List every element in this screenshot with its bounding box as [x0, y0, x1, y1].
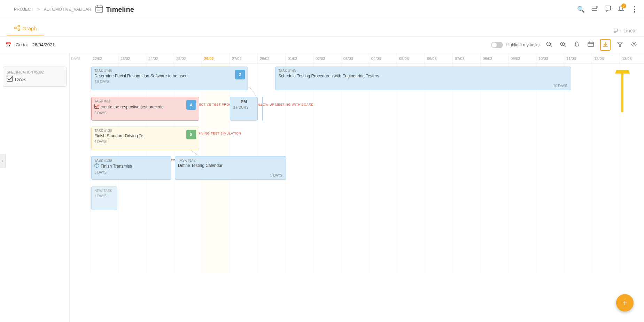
- svg-point-13: [18, 25, 20, 27]
- date-col-10-03: 10/03: [536, 53, 564, 63]
- task-142-number: TASK #142: [178, 159, 283, 162]
- calendar-small-icon: 📅: [6, 42, 11, 48]
- tab-graph[interactable]: Graph: [7, 21, 44, 36]
- sidebar-das-title: DAS: [15, 76, 26, 82]
- project-name[interactable]: AUTOMOTIVE_VALICAR: [44, 7, 91, 12]
- timeline-area: SPECIFICATION #5392 DAS DAYS 22/02 23/02…: [0, 53, 644, 322]
- date-col-01-03: 01/03: [286, 53, 313, 63]
- tab-linear-label: ↓ Linear: [620, 28, 637, 33]
- sidebar-title: DAS: [7, 76, 63, 83]
- fab-add-btn[interactable]: +: [616, 294, 634, 312]
- date-col-28-02: 28/02: [258, 53, 286, 63]
- new-task-card[interactable]: NEW TASK 1 DAYS: [91, 186, 117, 210]
- sidebar: SPECIFICATION #5392 DAS: [0, 53, 70, 322]
- svg-point-12: [15, 27, 16, 29]
- days-label: DAYS: [70, 53, 91, 64]
- task-143-card[interactable]: TASK #143 Schedule Testing Procedures wi…: [275, 67, 571, 90]
- checkbox-icon: [7, 76, 13, 83]
- task-143-number: TASK #143: [278, 69, 568, 73]
- chat-nav-icon[interactable]: [604, 5, 611, 14]
- new-task-duration: 1 DAYS: [94, 194, 114, 198]
- breadcrumb: PROJECT > AUTOMOTIVE_VALICAR: [13, 7, 93, 12]
- task-139-card[interactable]: TASK #139 Finish Transmiss 3 DAYS: [91, 156, 171, 180]
- svg-point-9: [596, 6, 598, 8]
- tab-bar: Graph ↓ Linear: [0, 19, 644, 37]
- task-142-duration: 5 DAYS: [270, 174, 282, 177]
- task-83-avatar: A: [186, 100, 196, 110]
- list-nav-icon[interactable]: [591, 5, 598, 14]
- date-col-13-03: 13/03: [620, 53, 644, 63]
- sidebar-spec-label: SPECIFICATION #5392: [7, 70, 63, 74]
- date-col-24-02: 24/02: [146, 53, 174, 63]
- task-83-card[interactable]: TASK #83 create the respective test proc…: [91, 97, 199, 121]
- task-139-number: TASK #139: [94, 159, 168, 162]
- bell-toolbar-icon[interactable]: [572, 40, 581, 50]
- notification-count: 7: [621, 3, 626, 8]
- task-146-duration: 7.5 DAYS: [94, 80, 245, 84]
- task-146-avatar: Z: [235, 70, 245, 79]
- task-136-title: Finish Standard Driving Te: [94, 133, 196, 138]
- task-pm-title: PM: [233, 99, 255, 104]
- toolbar-right: Highlight my tasks: [491, 39, 638, 51]
- task-83-duration: 5 DAYS: [94, 111, 196, 115]
- toolbar: 📅 Go to: 26/04/2021 Highlight my tasks: [0, 37, 644, 53]
- pm-vertical-line: [262, 97, 263, 121]
- task-136-duration: 4 DAYS: [94, 140, 196, 144]
- task-139-title: Finish Transmiss: [101, 164, 132, 169]
- grid-area[interactable]: DAYS 22/02 23/02 24/02 25/02 26/02 27/02…: [70, 53, 644, 322]
- more-nav-icon[interactable]: ⋮: [631, 5, 638, 14]
- task-139-cube-icon: [94, 163, 99, 169]
- task-146-number: TASK #146: [94, 69, 245, 73]
- toggle-switch[interactable]: [491, 42, 503, 48]
- date-col-22-02: 22/02: [91, 53, 118, 63]
- settings-btn[interactable]: [629, 40, 638, 50]
- task-83-title: create the respective test procedu: [101, 105, 164, 109]
- task-83-number: TASK #83: [94, 99, 196, 103]
- task-143-title: Schedule Testing Procedures with Enginee…: [278, 74, 568, 78]
- svg-point-32: [633, 43, 635, 45]
- task-146-card[interactable]: TASK #146 Determine Facial Recognition S…: [91, 67, 248, 90]
- zoom-in-btn[interactable]: [558, 40, 567, 50]
- svg-line-16: [16, 28, 18, 29]
- svg-line-21: [550, 46, 552, 47]
- date-col-07-03: 07/03: [453, 53, 481, 63]
- sidebar-spec-item[interactable]: SPECIFICATION #5392 DAS: [3, 67, 67, 87]
- task-142-card[interactable]: TASK #142 Define Testing Calendar 5 DAYS: [175, 156, 286, 180]
- download-btn[interactable]: [600, 39, 611, 51]
- yellow-arrow-annotation: [612, 70, 633, 117]
- zoom-out-btn[interactable]: [544, 40, 553, 50]
- date-col-04-03: 04/03: [369, 53, 397, 63]
- goto-date[interactable]: 26/04/2021: [32, 42, 55, 47]
- grid-content: CREATE THE RESPECTIVE TEST PROCEDURE FOL…: [70, 64, 644, 273]
- graph-icon: [14, 25, 20, 32]
- svg-rect-27: [588, 42, 593, 47]
- timeline-icon: [95, 5, 103, 14]
- date-col-25-02: 25/02: [174, 53, 202, 63]
- tab-linear[interactable]: ↓ Linear: [613, 28, 637, 36]
- highlight-label: Highlight my tasks: [506, 43, 540, 47]
- top-nav-right: 🔍 7 ⋮: [577, 5, 638, 14]
- date-col-03-03: 03/03: [341, 53, 369, 63]
- highlight-toggle[interactable]: Highlight my tasks: [491, 42, 540, 48]
- date-header: DAYS 22/02 23/02 24/02 25/02 26/02 27/02…: [70, 53, 644, 64]
- task-136-card[interactable]: TASK #136 Finish Standard Driving Te S 4…: [91, 127, 199, 150]
- bell-nav-icon[interactable]: 7: [618, 5, 624, 14]
- task-142-title: Define Testing Calendar: [178, 163, 283, 168]
- date-col-02-03: 02/03: [313, 53, 341, 63]
- sidebar-expand-btn[interactable]: ›: [0, 154, 6, 168]
- breadcrumb-separator: >: [37, 7, 40, 12]
- svg-line-25: [564, 46, 566, 47]
- date-col-26-02: 26/02: [202, 53, 230, 63]
- project-label[interactable]: PROJECT: [14, 7, 33, 12]
- date-col-12-03: 12/03: [592, 53, 620, 63]
- task-143-duration: 10 DAYS: [553, 84, 567, 88]
- page-title: Timeline: [106, 6, 134, 14]
- search-nav-icon[interactable]: 🔍: [577, 6, 585, 13]
- calendar-toolbar-icon[interactable]: [586, 40, 595, 50]
- filter-btn[interactable]: [615, 40, 624, 50]
- svg-line-15: [16, 26, 18, 28]
- date-col-08-03: 08/03: [481, 53, 509, 63]
- task-83-checkbox-icon: [94, 104, 99, 110]
- task-pm-card[interactable]: PM 3 HOURS: [230, 97, 258, 121]
- date-col-05-03: 05/03: [397, 53, 425, 63]
